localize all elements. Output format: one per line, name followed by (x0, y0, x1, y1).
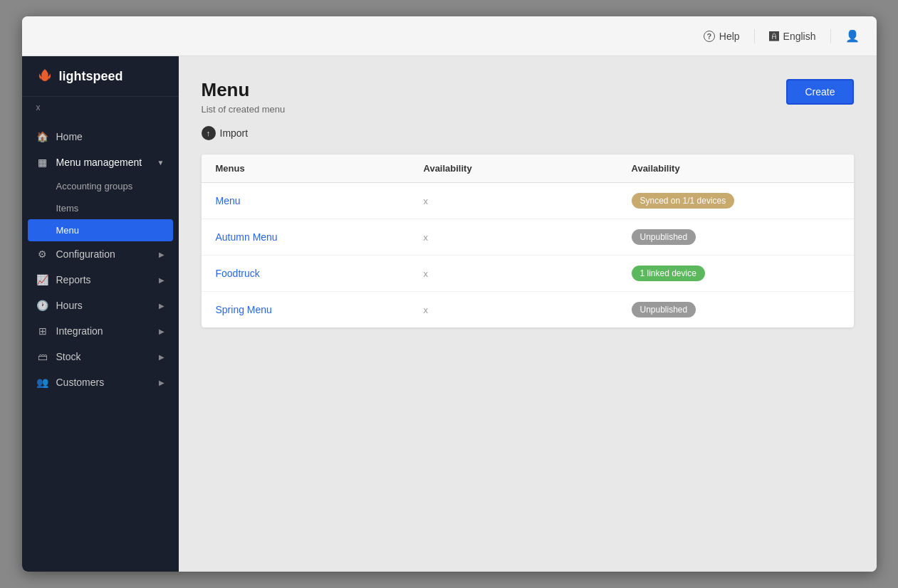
app-window: ? Help 🅰 English 👤 lightspeed x (22, 16, 877, 572)
hours-label: Hours (56, 300, 83, 311)
col-header-menus: Menus (216, 163, 424, 174)
language-icon: 🅰 (769, 31, 779, 42)
stock-icon: 🗃 (36, 351, 49, 362)
sidebar-section-reports: 📈 Reports ▶ (22, 267, 179, 293)
configuration-icon: ⚙ (36, 248, 49, 260)
sidebar-item-accounting-groups[interactable]: Accounting groups (22, 175, 179, 197)
status-cell: Synced on 1/1 devices (632, 193, 840, 209)
chevron-down-icon: ▼ (157, 159, 165, 167)
chevron-right-icon-2: ▶ (159, 276, 165, 284)
stock-label: Stock (56, 351, 81, 362)
chevron-right-icon-6: ▶ (159, 379, 165, 387)
user-icon: 👤 (845, 29, 860, 43)
topbar-divider (754, 29, 755, 43)
sidebar-section-hours: 🕐 Hours ▶ (22, 293, 179, 318)
menu-table: Menus Availability Availability Menu x S… (202, 154, 854, 327)
sidebar-customers-header[interactable]: 👥 Customers ▶ (22, 369, 179, 395)
topbar: ? Help 🅰 English 👤 (22, 16, 877, 56)
chevron-right-icon-5: ▶ (159, 353, 165, 361)
sidebar-section-configuration: ⚙ Configuration ▶ (22, 241, 179, 267)
sidebar-section-stock: 🗃 Stock ▶ (22, 344, 179, 369)
menu-link-foodtruck[interactable]: Foodtruck (216, 268, 260, 279)
sidebar-stock-header[interactable]: 🗃 Stock ▶ (22, 344, 179, 369)
help-label: Help (719, 31, 740, 42)
col-header-availability-2: Availability (632, 163, 840, 174)
sidebar-configuration-header[interactable]: ⚙ Configuration ▶ (22, 241, 179, 267)
menu-management-label: Menu management (56, 157, 142, 168)
sidebar: lightspeed x 🏠 Home ▦ Menu management ▼ (22, 56, 179, 572)
menu-link-autumn[interactable]: Autumn Menu (216, 231, 278, 243)
integration-icon: ⊞ (36, 325, 49, 337)
page-header: Menu List of created menu Create (202, 79, 854, 115)
configuration-label: Configuration (56, 248, 115, 260)
menu-link-spring[interactable]: Spring Menu (216, 304, 272, 315)
customers-icon: 👥 (36, 377, 49, 388)
table-row: Menu x Synced on 1/1 devices (202, 183, 854, 219)
sidebar-section-menu-management: ▦ Menu management ▼ Accounting groups It… (22, 149, 179, 241)
customers-label: Customers (56, 377, 105, 388)
home-icon: 🏠 (36, 131, 49, 142)
logo-icon (36, 68, 53, 85)
availability-cell: x (424, 305, 632, 315)
menu-name-cell: Foodtruck (216, 268, 424, 279)
import-row[interactable]: ↑ Import (202, 126, 854, 140)
logo-text: lightspeed (59, 69, 123, 84)
sidebar-section-customers: 👥 Customers ▶ (22, 369, 179, 395)
menu-name-cell: Spring Menu (216, 304, 424, 315)
availability-cell: x (424, 268, 632, 279)
sidebar-hours-header[interactable]: 🕐 Hours ▶ (22, 293, 179, 318)
menu-name-cell: Autumn Menu (216, 231, 424, 243)
hours-icon: 🕐 (36, 300, 49, 311)
sidebar-close-btn[interactable]: x (22, 97, 179, 118)
status-badge-linked: 1 linked device (632, 266, 705, 281)
sidebar-section-integration: ⊞ Integration ▶ (22, 318, 179, 344)
menu-name-cell: Menu (216, 195, 424, 206)
page-subtitle: List of created menu (202, 104, 286, 115)
chevron-right-icon-3: ▶ (159, 302, 165, 310)
table-row: Spring Menu x Unpublished (202, 292, 854, 327)
chevron-right-icon-4: ▶ (159, 327, 165, 335)
table-row: Autumn Menu x Unpublished (202, 219, 854, 256)
language-label: English (783, 31, 816, 42)
content-area: Menu List of created menu Create ↑ Impor… (179, 56, 877, 572)
page-title-block: Menu List of created menu (202, 79, 286, 115)
menu-management-icon: ▦ (36, 157, 49, 168)
sidebar-nav: 🏠 Home ▦ Menu management ▼ Accounting gr… (22, 118, 179, 572)
sidebar-item-menu[interactable]: Menu (28, 219, 173, 241)
logo[interactable]: lightspeed (22, 56, 179, 97)
help-icon: ? (704, 31, 715, 42)
integration-label: Integration (56, 325, 103, 337)
language-selector[interactable]: 🅰 English (769, 31, 816, 42)
main-layout: lightspeed x 🏠 Home ▦ Menu management ▼ (22, 56, 877, 572)
import-label: Import (220, 127, 249, 139)
sidebar-home-label: Home (56, 131, 83, 142)
sidebar-item-items[interactable]: Items (22, 197, 179, 219)
user-menu[interactable]: 👤 (845, 29, 860, 43)
chevron-right-icon: ▶ (159, 251, 165, 258)
page-title: Menu (202, 79, 286, 101)
sidebar-reports-header[interactable]: 📈 Reports ▶ (22, 267, 179, 293)
status-badge-unpublished: Unpublished (632, 229, 696, 245)
menu-management-subitems: Accounting groups Items Menu (22, 175, 179, 241)
topbar-divider-2 (830, 29, 831, 43)
table-row: Foodtruck x 1 linked device (202, 256, 854, 292)
status-badge-synced: Synced on 1/1 devices (632, 193, 735, 209)
availability-cell: x (424, 232, 632, 243)
status-cell: 1 linked device (632, 266, 840, 281)
sidebar-integration-header[interactable]: ⊞ Integration ▶ (22, 318, 179, 344)
sidebar-menu-management-header[interactable]: ▦ Menu management ▼ (22, 149, 179, 175)
help-button[interactable]: ? Help (704, 31, 740, 42)
sidebar-item-home[interactable]: 🏠 Home (22, 124, 179, 149)
reports-icon: 📈 (36, 274, 49, 285)
status-cell: Unpublished (632, 302, 840, 317)
status-cell: Unpublished (632, 229, 840, 245)
availability-cell: x (424, 196, 632, 206)
reports-label: Reports (56, 274, 91, 285)
col-header-availability-1: Availability (424, 163, 632, 174)
create-button[interactable]: Create (786, 79, 853, 105)
menu-link-menu[interactable]: Menu (216, 195, 241, 206)
import-icon: ↑ (202, 126, 216, 140)
status-badge-unpublished-2: Unpublished (632, 302, 696, 317)
table-header: Menus Availability Availability (202, 154, 854, 183)
